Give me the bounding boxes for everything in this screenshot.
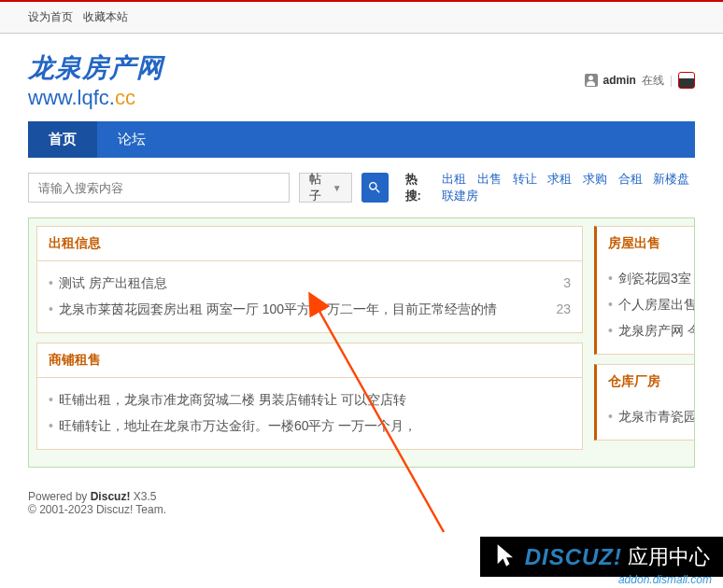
item-link[interactable]: 个人房屋出售， — [618, 297, 695, 314]
section-title[interactable]: 商铺租售 — [37, 343, 582, 378]
item-link[interactable]: 旺铺转让，地址在龙泉市万达金街。一楼60平方 一万一个月， — [59, 418, 571, 435]
content-area: 出租信息 • 测试 房产出租信息 3 • 龙泉市莱茵花园套房出租 两室一厅 10… — [28, 217, 695, 468]
section-title[interactable]: 出租信息 — [37, 227, 582, 261]
item-link[interactable]: 旺铺出租，龙泉市准龙商贸城二楼 男装店铺转让 可以空店转 — [59, 392, 571, 409]
favorite-site-link[interactable]: 收藏本站 — [83, 10, 128, 23]
item-link[interactable]: 龙泉市青瓷园区， — [618, 409, 695, 426]
search-bar: 帖子 ▼ 热搜: 出租 出售 转让 求租 求购 合租 新楼盘 联建房 — [28, 158, 695, 217]
promo-banner[interactable]: DISCUZ! 应用中心 — [480, 537, 723, 539]
bullet-icon: • — [608, 323, 613, 340]
warehouse-section: 仓库厂房 • 龙泉市青瓷园区， — [594, 364, 695, 441]
item-link[interactable]: 龙泉市莱茵花园套房出租 两室一厅 100平方 一万二一年，目前正常经营的情 — [59, 301, 547, 318]
bullet-icon: • — [49, 392, 53, 409]
user-icon — [585, 74, 598, 87]
hot-link[interactable]: 转让 — [513, 172, 537, 186]
hot-link[interactable]: 联建房 — [442, 189, 478, 203]
hot-link[interactable]: 出租 — [442, 172, 466, 186]
footer: Powered by Discuz! X3.5 © 2001-2023 Disc… — [0, 468, 723, 539]
item-link[interactable]: 测试 房产出租信息 — [59, 275, 554, 292]
search-icon — [367, 180, 382, 195]
list-item: • 测试 房产出租信息 3 — [49, 271, 571, 297]
copyright: © 2001-2023 Discuz! Team. — [28, 503, 695, 516]
bullet-icon: • — [49, 275, 53, 292]
set-homepage-link[interactable]: 设为首页 — [28, 10, 73, 23]
user-info: admin 在线 | — [585, 72, 695, 89]
logo-title: 龙泉房产网 — [28, 50, 163, 86]
list-item: • 旺铺出租，龙泉市准龙商贸城二楼 男装店铺转让 可以空店转 — [49, 387, 571, 413]
nav-home[interactable]: 首页 — [28, 121, 97, 158]
item-count: 3 — [563, 275, 571, 292]
search-input[interactable] — [28, 173, 290, 203]
hot-link[interactable]: 求租 — [547, 172, 572, 186]
chevron-down-icon: ▼ — [333, 183, 342, 193]
bullet-icon: • — [49, 301, 53, 318]
hot-link[interactable]: 求购 — [583, 172, 607, 186]
bullet-icon: • — [608, 271, 613, 287]
list-item: • 龙泉房产网 今天 — [608, 318, 695, 344]
bullet-icon: • — [49, 418, 53, 435]
hot-links: 出租 出售 转让 求租 求购 合租 新楼盘 联建房 — [438, 171, 695, 204]
rent-section: 出租信息 • 测试 房产出租信息 3 • 龙泉市莱茵花园套房出租 两室一厅 10… — [36, 226, 583, 333]
logo-url: www.lqfc.cc — [28, 86, 163, 110]
item-link[interactable]: 龙泉房产网 今天 — [618, 323, 695, 340]
search-type-select[interactable]: 帖子 ▼ — [299, 173, 352, 203]
bullet-icon: • — [608, 297, 613, 314]
hot-link[interactable]: 合租 — [618, 172, 643, 186]
username-link[interactable]: admin — [603, 74, 636, 87]
top-toolbar: 设为首页 收藏本站 — [0, 2, 723, 34]
bullet-icon: • — [608, 409, 613, 426]
list-item: • 旺铺转让，地址在龙泉市万达金街。一楼60平方 一万一个月， — [49, 413, 571, 440]
nav-forum[interactable]: 论坛 — [97, 121, 166, 158]
list-item: • 个人房屋出售， — [608, 292, 695, 318]
hot-link[interactable]: 出售 — [477, 172, 502, 186]
hot-search-label: 热搜: — [405, 171, 430, 204]
discuz-brand[interactable]: Discuz! — [91, 490, 131, 503]
site-logo[interactable]: 龙泉房产网 www.lqfc.cc — [28, 50, 163, 110]
search-button[interactable] — [362, 173, 389, 203]
qq-icon[interactable] — [678, 72, 695, 89]
list-item: • 龙泉市青瓷园区， — [608, 404, 695, 430]
section-title[interactable]: 仓库厂房 — [597, 365, 695, 399]
shop-section: 商铺租售 • 旺铺出租，龙泉市准龙商贸城二楼 男装店铺转让 可以空店转 • 旺铺… — [36, 343, 583, 450]
main-nav: 首页 论坛 — [28, 121, 695, 158]
hot-link[interactable]: 新楼盘 — [653, 172, 689, 186]
item-link[interactable]: 剑瓷花园3室，2 — [618, 271, 695, 287]
section-title[interactable]: 房屋出售 — [597, 227, 695, 260]
sale-section: 房屋出售 • 剑瓷花园3室，2 • 个人房屋出售， • 龙泉房产网 今天 — [594, 226, 695, 355]
online-status: 在线 — [642, 73, 664, 89]
item-count: 23 — [556, 301, 571, 318]
list-item: • 剑瓷花园3室，2 — [608, 266, 695, 292]
list-item: • 龙泉市莱茵花园套房出租 两室一厅 100平方 一万二一年，目前正常经营的情 … — [49, 297, 571, 323]
